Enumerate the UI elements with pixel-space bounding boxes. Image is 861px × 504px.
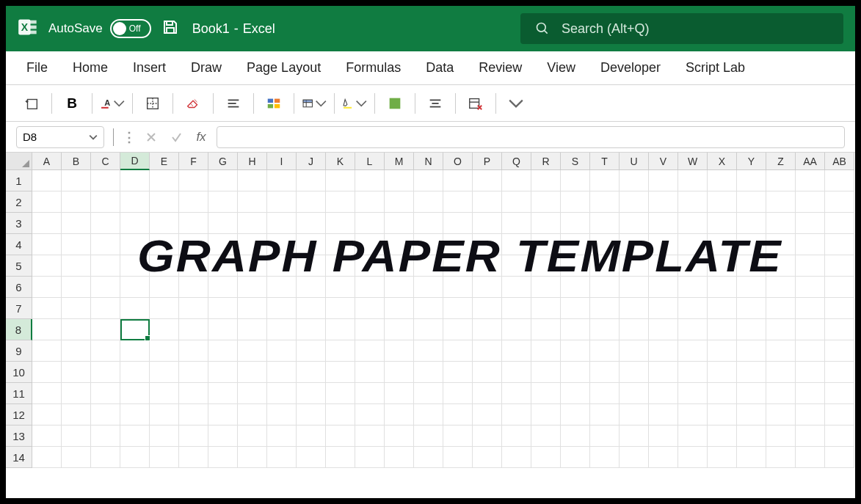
cell-AB1[interactable] bbox=[825, 170, 854, 191]
cell-A7[interactable] bbox=[32, 298, 62, 319]
cell-I7[interactable] bbox=[267, 298, 297, 319]
row-header-1[interactable]: 1 bbox=[6, 170, 32, 191]
cell-C13[interactable] bbox=[91, 426, 120, 447]
cell-X9[interactable] bbox=[708, 340, 737, 362]
cell-H7[interactable] bbox=[238, 298, 267, 319]
cell-W11[interactable] bbox=[678, 383, 708, 404]
row-header-9[interactable]: 9 bbox=[6, 340, 32, 362]
tab-draw[interactable]: Draw bbox=[191, 60, 222, 76]
cell-P2[interactable] bbox=[473, 191, 502, 213]
cell-C10[interactable] bbox=[91, 362, 120, 383]
cell-K13[interactable] bbox=[326, 426, 355, 447]
format-table-button[interactable] bbox=[302, 92, 327, 115]
cell-B8[interactable] bbox=[62, 319, 91, 340]
cell-E9[interactable] bbox=[150, 340, 179, 362]
cell-X8[interactable] bbox=[708, 319, 737, 340]
cell-I14[interactable] bbox=[267, 447, 297, 468]
col-header-R[interactable]: R bbox=[531, 153, 561, 170]
cell-P10[interactable] bbox=[473, 362, 502, 383]
cell-N7[interactable] bbox=[414, 298, 443, 319]
cell-L10[interactable] bbox=[355, 362, 385, 383]
cell-J10[interactable] bbox=[297, 362, 326, 383]
cell-Z7[interactable] bbox=[766, 298, 796, 319]
cell-AA5[interactable] bbox=[796, 255, 825, 277]
cell-O13[interactable] bbox=[443, 426, 473, 447]
fx-icon[interactable]: fx bbox=[192, 128, 211, 147]
cell-Y2[interactable] bbox=[737, 191, 766, 213]
cell-K11[interactable] bbox=[326, 383, 355, 404]
cell-E14[interactable] bbox=[150, 447, 179, 468]
tab-file[interactable]: File bbox=[26, 60, 48, 76]
cell-O7[interactable] bbox=[443, 298, 473, 319]
cell-W7[interactable] bbox=[678, 298, 708, 319]
col-header-H[interactable]: H bbox=[238, 153, 267, 170]
cell-L9[interactable] bbox=[355, 340, 385, 362]
cell-G12[interactable] bbox=[208, 404, 238, 426]
cell-AB4[interactable] bbox=[825, 234, 854, 255]
cell-X2[interactable] bbox=[708, 191, 737, 213]
col-header-N[interactable]: N bbox=[414, 153, 443, 170]
cell-AB3[interactable] bbox=[825, 213, 854, 234]
cell-F7[interactable] bbox=[179, 298, 208, 319]
cell-F13[interactable] bbox=[179, 426, 208, 447]
cell-G14[interactable] bbox=[208, 447, 238, 468]
cell-M7[interactable] bbox=[385, 298, 414, 319]
cell-A8[interactable] bbox=[32, 319, 62, 340]
col-header-S[interactable]: S bbox=[561, 153, 590, 170]
col-header-Z[interactable]: Z bbox=[766, 153, 796, 170]
tab-insert[interactable]: Insert bbox=[133, 60, 166, 76]
cell-A11[interactable] bbox=[32, 383, 62, 404]
cell-U7[interactable] bbox=[620, 298, 649, 319]
cell-A5[interactable] bbox=[32, 255, 62, 277]
cell-AB6[interactable] bbox=[825, 277, 854, 298]
cell-B5[interactable] bbox=[62, 255, 91, 277]
cell-I1[interactable] bbox=[267, 170, 297, 191]
save-icon[interactable] bbox=[161, 18, 179, 39]
cell-K7[interactable] bbox=[326, 298, 355, 319]
cell-M1[interactable] bbox=[385, 170, 414, 191]
cell-Y12[interactable] bbox=[737, 404, 766, 426]
tab-data[interactable]: Data bbox=[426, 60, 454, 76]
borders-button[interactable] bbox=[140, 92, 165, 115]
cell-A14[interactable] bbox=[32, 447, 62, 468]
cell-A4[interactable] bbox=[32, 234, 62, 255]
cell-I8[interactable] bbox=[267, 319, 297, 340]
cell-X13[interactable] bbox=[708, 426, 737, 447]
row-header-14[interactable]: 14 bbox=[6, 447, 32, 468]
cell-C5[interactable] bbox=[91, 255, 120, 277]
row-header-8[interactable]: 8 bbox=[6, 319, 32, 340]
cell-V1[interactable] bbox=[649, 170, 678, 191]
cell-Q14[interactable] bbox=[502, 447, 531, 468]
cell-U9[interactable] bbox=[620, 340, 649, 362]
cell-B3[interactable] bbox=[62, 213, 91, 234]
cell-I10[interactable] bbox=[267, 362, 297, 383]
cell-R14[interactable] bbox=[531, 447, 561, 468]
cell-L11[interactable] bbox=[355, 383, 385, 404]
cell-C9[interactable] bbox=[91, 340, 120, 362]
cell-X12[interactable] bbox=[708, 404, 737, 426]
bold-button[interactable]: B bbox=[59, 92, 84, 115]
cell-C7[interactable] bbox=[91, 298, 120, 319]
cell-B10[interactable] bbox=[62, 362, 91, 383]
select-all-corner[interactable] bbox=[6, 153, 32, 170]
cell-V11[interactable] bbox=[649, 383, 678, 404]
row-header-2[interactable]: 2 bbox=[6, 191, 32, 213]
cancel-icon[interactable] bbox=[142, 128, 161, 147]
name-box[interactable]: D8 bbox=[16, 126, 104, 148]
cell-Q7[interactable] bbox=[502, 298, 531, 319]
cell-K14[interactable] bbox=[326, 447, 355, 468]
cell-AA4[interactable] bbox=[796, 234, 825, 255]
cell-I9[interactable] bbox=[267, 340, 297, 362]
cell-AB8[interactable] bbox=[825, 319, 854, 340]
cell-I2[interactable] bbox=[267, 191, 297, 213]
col-header-AB[interactable]: AB bbox=[825, 153, 854, 170]
cell-L2[interactable] bbox=[355, 191, 385, 213]
cell-Q8[interactable] bbox=[502, 319, 531, 340]
cell-B13[interactable] bbox=[62, 426, 91, 447]
row-header-5[interactable]: 5 bbox=[6, 255, 32, 277]
col-header-U[interactable]: U bbox=[620, 153, 649, 170]
cell-L8[interactable] bbox=[355, 319, 385, 340]
cell-D11[interactable] bbox=[120, 383, 150, 404]
cell-M14[interactable] bbox=[385, 447, 414, 468]
cell-K8[interactable] bbox=[326, 319, 355, 340]
